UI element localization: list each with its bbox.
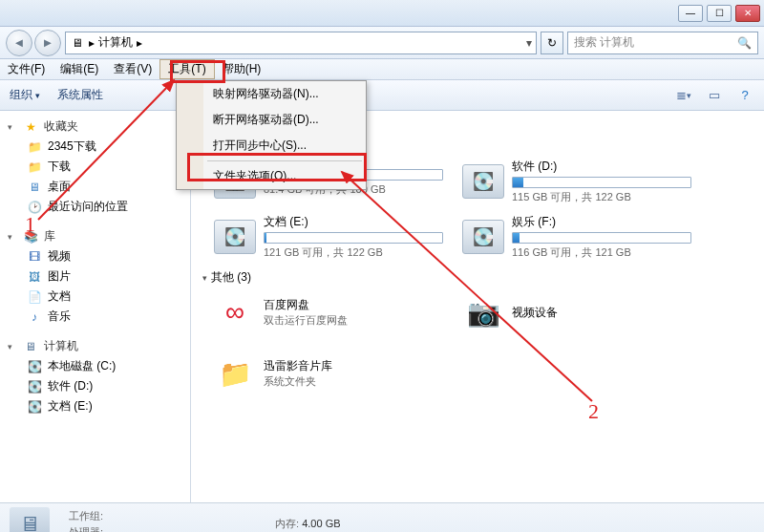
sidebar-item-label: 文档 (E:) xyxy=(48,398,93,415)
item-icon: 💽 xyxy=(27,359,42,374)
sidebar-item[interactable]: 💽文档 (E:) xyxy=(0,396,190,416)
item-icon: 🎞 xyxy=(27,249,42,265)
drive-name: 娱乐 (F:) xyxy=(512,214,691,230)
breadcrumb-sep: ▸ xyxy=(137,36,142,50)
sidebar-computer-label: 计算机 xyxy=(44,338,78,354)
item-icon: 🖼 xyxy=(27,269,42,285)
sidebar-item[interactable]: ♪音乐 xyxy=(0,307,190,327)
sidebar-item-label: 音乐 xyxy=(48,309,71,325)
tools-dropdown: 映射网络驱动器(N)... 断开网络驱动器(D)... 打开同步中心(S)...… xyxy=(176,80,367,190)
drive-name: 文档 (E:) xyxy=(264,214,443,230)
organize-button[interactable]: 组织 xyxy=(10,87,40,103)
item-icon: 📄 xyxy=(27,289,42,305)
sidebar-item-label: 下载 xyxy=(48,159,71,175)
sidebar-item-label: 2345下载 xyxy=(48,138,96,155)
other-item-name: 百度网盘 xyxy=(264,297,348,313)
forward-button[interactable]: ► xyxy=(34,30,61,56)
sidebar-computer-header[interactable]: ▾ 🖥 计算机 xyxy=(0,336,190,356)
sidebar-item[interactable]: 📁2345下载 xyxy=(0,137,190,157)
item-icon: 💽 xyxy=(27,399,42,415)
maximize-button[interactable]: ☐ xyxy=(707,5,732,22)
view-mode-button[interactable]: ≣ xyxy=(674,86,693,105)
menu-folder-options[interactable]: 文件夹选项(O)... xyxy=(203,163,366,189)
system-properties-button[interactable]: 系统属性 xyxy=(57,87,103,103)
memory-value: 4.00 GB xyxy=(302,518,340,529)
sidebar-item-label: 本地磁盘 (C:) xyxy=(48,358,116,374)
sidebar-item-label: 视频 xyxy=(48,248,71,265)
menu-file[interactable]: 文件(F) xyxy=(0,59,53,79)
preview-pane-button[interactable]: ▭ xyxy=(705,86,724,105)
navigation-pane: ▾ ★ 收藏夹 📁2345下载📁下载🖥桌面🕑最近访问的位置 ▾ 📚 库 🎞视频🖼… xyxy=(0,111,191,502)
drive-item[interactable]: 💽娱乐 (F:)116 GB 可用，共 121 GB xyxy=(462,214,691,260)
sidebar-item[interactable]: 🖼图片 xyxy=(0,266,190,287)
search-placeholder: 搜索 计算机 xyxy=(574,34,634,51)
computer-icon: 🖥 xyxy=(70,35,85,51)
other-item-sub: 系统文件夹 xyxy=(264,374,332,389)
sidebar-item-label: 图片 xyxy=(48,268,71,285)
help-button[interactable]: ? xyxy=(735,86,754,105)
menu-view[interactable]: 查看(V) xyxy=(106,59,159,79)
sidebar-item-label: 文档 xyxy=(48,288,71,305)
minimize-button[interactable]: — xyxy=(678,5,703,22)
other-item[interactable]: 📁迅雷影音片库系统文件夹 xyxy=(214,352,443,394)
refresh-button[interactable]: ↻ xyxy=(541,32,563,54)
item-icon: 💽 xyxy=(27,379,42,394)
menu-open-sync-center[interactable]: 打开同步中心(S)... xyxy=(203,133,366,159)
sidebar-favorites-label: 收藏夹 xyxy=(44,118,78,135)
collapse-icon: ▾ xyxy=(8,122,17,132)
menu-tools[interactable]: 工具(T) xyxy=(159,59,214,79)
sidebar-item[interactable]: 📁下载 xyxy=(0,157,190,177)
menu-edit[interactable]: 编辑(E) xyxy=(53,59,106,79)
computer-large-icon: 🖥 xyxy=(10,507,50,533)
drive-usage-bar xyxy=(264,232,443,244)
item-icon: 🖥 xyxy=(27,180,42,195)
drive-usage-bar xyxy=(512,232,691,244)
sidebar-item-label: 最近访问的位置 xyxy=(48,199,128,215)
sidebar-item[interactable]: 🖥桌面 xyxy=(0,177,190,197)
sidebar-item[interactable]: 💽本地磁盘 (C:) xyxy=(0,356,190,376)
sidebar-libraries-label: 库 xyxy=(44,228,55,245)
other-item-name: 视频设备 xyxy=(512,305,558,321)
breadcrumb-computer[interactable]: 计算机 xyxy=(98,34,133,51)
drive-usage-bar xyxy=(512,177,691,188)
computer-icon: 🖥 xyxy=(23,339,38,354)
sidebar-item[interactable]: 🎞视频 xyxy=(0,246,190,266)
cpu-label: 处理器: xyxy=(69,526,103,533)
drive-free-space: 115 GB 可用，共 122 GB xyxy=(512,190,691,204)
navigation-bar: ◄ ► 🖥 ▸ 计算机 ▸ ▾ ↻ 搜索 计算机 🔍 xyxy=(0,27,764,59)
other-item-icon: 📷 xyxy=(462,291,504,333)
search-input[interactable]: 搜索 计算机 🔍 xyxy=(567,32,758,54)
other-item-icon: ∞ xyxy=(214,291,256,333)
command-toolbar: 组织 系统属性 打开控制面板 ≣ ▭ ? xyxy=(0,80,764,111)
drive-icon: 💽 xyxy=(462,220,504,254)
sidebar-item[interactable]: 💽软件 (D:) xyxy=(0,376,190,396)
collapse-icon: ▾ xyxy=(8,232,17,242)
drive-icon: 💽 xyxy=(462,164,504,199)
item-icon: ♪ xyxy=(27,309,42,325)
close-button[interactable]: ✕ xyxy=(735,5,760,22)
star-icon: ★ xyxy=(23,119,38,135)
other-item-sub: 双击运行百度网盘 xyxy=(264,313,348,328)
drive-free-space: 116 GB 可用，共 121 GB xyxy=(512,245,691,260)
address-dropdown-icon[interactable]: ▾ xyxy=(526,36,532,50)
other-item-name: 迅雷影音片库 xyxy=(264,358,332,374)
section-others-header[interactable]: ▾ 其他 (3) xyxy=(202,269,753,286)
breadcrumb-sep: ▸ xyxy=(89,36,95,50)
menu-bar: 文件(F) 编辑(E) 查看(V) 工具(T) 帮助(H) xyxy=(0,59,764,80)
annotation-label-1: 1 xyxy=(25,212,35,237)
menu-help[interactable]: 帮助(H) xyxy=(215,59,269,79)
section-others-label: 其他 (3) xyxy=(211,269,251,286)
sidebar-item[interactable]: 📄文档 xyxy=(0,287,190,307)
back-button[interactable]: ◄ xyxy=(6,30,32,56)
other-item[interactable]: 📷视频设备 xyxy=(462,291,691,333)
menu-map-network-drive[interactable]: 映射网络驱动器(N)... xyxy=(203,81,366,107)
menu-disconnect-network-drive[interactable]: 断开网络驱动器(D)... xyxy=(203,107,366,133)
drive-name: 软件 (D:) xyxy=(512,159,691,175)
drive-item[interactable]: 💽软件 (D:)115 GB 可用，共 122 GB xyxy=(462,159,691,204)
sidebar-favorites-header[interactable]: ▾ ★ 收藏夹 xyxy=(0,117,190,137)
other-item-icon: 📁 xyxy=(214,352,256,394)
drive-item[interactable]: 💽文档 (E:)121 GB 可用，共 122 GB xyxy=(214,214,443,260)
other-item[interactable]: ∞百度网盘双击运行百度网盘 xyxy=(214,291,443,333)
address-bar[interactable]: 🖥 ▸ 计算机 ▸ ▾ xyxy=(65,32,537,54)
annotation-label-2: 2 xyxy=(588,399,599,424)
